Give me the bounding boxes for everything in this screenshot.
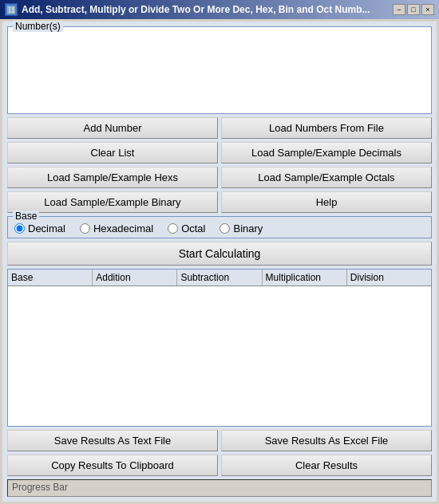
- maximize-button[interactable]: □: [407, 4, 420, 15]
- results-table: Base Addition Subtraction Multiplication…: [7, 269, 432, 427]
- binary-radio[interactable]: [220, 223, 230, 234]
- table-header: Base Addition Subtraction Multiplication…: [8, 270, 431, 286]
- load-sample-decimals-button[interactable]: Load Sample/Example Decimals: [221, 142, 432, 163]
- app-icon: 🔢: [5, 3, 18, 16]
- load-sample-binary-button[interactable]: Load Sample/Example Binary: [7, 191, 218, 213]
- load-sample-hexs-button[interactable]: Load Sample/Example Hexs: [7, 167, 218, 188]
- close-button[interactable]: ×: [421, 4, 434, 15]
- col-addition: Addition: [93, 270, 177, 285]
- load-sample-octals-button[interactable]: Load Sample/Example Octals: [221, 167, 432, 188]
- load-from-file-button[interactable]: Load Numbers From File: [221, 117, 432, 139]
- main-content: Number(s) Add Number Load Numbers From F…: [2, 22, 437, 502]
- hexadecimal-label: Hexadecimal: [93, 222, 153, 234]
- row-add-load: Add Number Load Numbers From File: [7, 117, 432, 139]
- octal-label: Octal: [181, 222, 205, 234]
- numbers-box: Number(s): [7, 26, 432, 114]
- title-bar: 🔢 Add, Subtract, Multiply or Divide Two …: [0, 0, 439, 19]
- help-button[interactable]: Help: [221, 191, 432, 213]
- row-save-buttons: Save Results As Text File Save Results A…: [7, 430, 432, 451]
- start-calculating-button[interactable]: Start Calculating: [7, 242, 432, 266]
- row-binary-help: Load Sample/Example Binary Help: [7, 191, 432, 213]
- hexadecimal-radio[interactable]: [80, 223, 90, 234]
- decimal-label: Decimal: [28, 222, 65, 234]
- decimal-radio[interactable]: [14, 223, 25, 234]
- save-as-excel-button[interactable]: Save Results As Excel File: [221, 430, 432, 451]
- add-number-button[interactable]: Add Number: [7, 117, 218, 139]
- base-legend: Base: [13, 211, 39, 222]
- base-group: Base Decimal Hexadecimal Octal Binary: [7, 216, 432, 238]
- minimize-button[interactable]: −: [393, 4, 405, 15]
- numbers-label: Number(s): [13, 21, 63, 32]
- clear-results-button[interactable]: Clear Results: [221, 455, 432, 476]
- decimal-radio-label[interactable]: Decimal: [14, 222, 65, 234]
- col-base: Base: [8, 270, 93, 285]
- octal-radio-label[interactable]: Octal: [168, 222, 205, 234]
- binary-label: Binary: [233, 222, 263, 234]
- numbers-input[interactable]: [11, 35, 428, 107]
- copy-to-clipboard-button[interactable]: Copy Results To Clipboard: [7, 455, 218, 476]
- binary-radio-label[interactable]: Binary: [220, 222, 263, 234]
- radio-row: Decimal Hexadecimal Octal Binary: [14, 220, 425, 234]
- save-as-text-button[interactable]: Save Results As Text File: [7, 430, 218, 451]
- clear-list-button[interactable]: Clear List: [7, 142, 218, 163]
- row-copy-clear: Copy Results To Clipboard Clear Results: [7, 455, 432, 476]
- octal-radio[interactable]: [168, 223, 178, 234]
- col-subtraction: Subtraction: [177, 270, 262, 285]
- title-bar-controls: − □ ×: [393, 4, 434, 15]
- col-division: Division: [347, 270, 431, 285]
- row-hexs-octals: Load Sample/Example Hexs Load Sample/Exa…: [7, 167, 432, 188]
- table-body: [8, 286, 431, 426]
- title-bar-left: 🔢 Add, Subtract, Multiply or Divide Two …: [5, 3, 370, 16]
- progress-bar: Progress Bar: [7, 479, 432, 497]
- hexadecimal-radio-label[interactable]: Hexadecimal: [80, 222, 153, 234]
- row-clear-decimals: Clear List Load Sample/Example Decimals: [7, 142, 432, 163]
- col-multiplication: Multiplication: [263, 270, 347, 285]
- window-title: Add, Subtract, Multiply or Divide Two Or…: [22, 4, 370, 15]
